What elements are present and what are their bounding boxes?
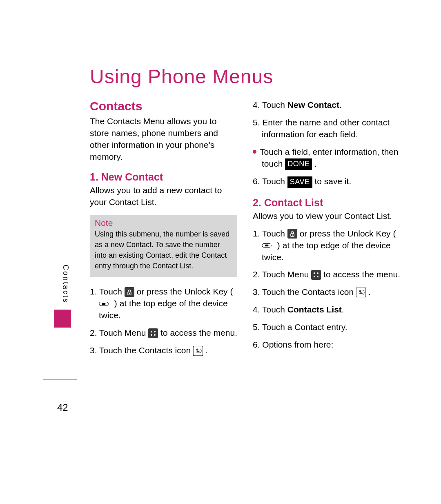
step-text: 3. Touch the Contacts icon [90, 346, 193, 355]
step-text: 2. Touch Menu [253, 270, 311, 279]
step-text: to access the menu. [160, 328, 237, 337]
step-text: 6. Touch [253, 176, 287, 186]
subsection-new-contact: 1. New Contact [90, 171, 237, 183]
left-step-1: 1. Touch or press the Unlock Key ( ) at … [90, 286, 237, 321]
right-step-4: 4. Touch New Contact. [253, 99, 400, 111]
step-text: to access the menu. [323, 270, 400, 279]
step-text: . [314, 159, 317, 168]
step-text: . [339, 100, 342, 109]
step-text: 2. Touch Menu [90, 328, 148, 337]
step-bold-label: Contacts List [287, 305, 342, 314]
right-cl-step-2: 2. Touch Menu to access the menu. [253, 269, 400, 281]
contacts-icon [356, 288, 366, 297]
note-label: Note [95, 218, 232, 228]
step-text: ) at the top edge of the device twice. [262, 241, 391, 262]
new-contact-intro: Allows you to add a new contact to your … [90, 185, 237, 208]
contacts-intro-text: The Contacts Menu allows you to store na… [90, 116, 237, 163]
step-text: ) at the top edge of the device twice. [99, 299, 228, 320]
contact-list-intro: Allows you to view your Contact List. [253, 210, 400, 222]
step-text: 1. Touch [253, 229, 287, 238]
step-text: or press the Unlock Key ( [137, 287, 233, 296]
step-text: . [205, 346, 208, 355]
right-bullet-1: Touch a field, enter information, then t… [253, 146, 400, 170]
note-box: Note Using this submenu, the number is s… [90, 215, 237, 277]
right-column: 4. Touch New Contact. 5. Enter the name … [253, 99, 400, 357]
page-title: Using Phone Menus [90, 65, 400, 88]
right-step-5: 5. Enter the name and other contact info… [253, 117, 400, 140]
step-text: 4. Touch [253, 305, 287, 314]
unlock-key-icon [262, 241, 275, 250]
left-step-3: 3. Touch the Contacts icon . [90, 345, 237, 357]
left-column: Contacts The Contacts Menu allows you to… [90, 99, 237, 357]
note-body: Using this submenu, the number is saved … [95, 229, 232, 271]
step-text: 1. Touch [90, 287, 125, 296]
side-tab-label: Contacts [61, 265, 70, 303]
right-step-6: 6. Touch SAVE to save it. [253, 176, 400, 187]
left-step-2: 2. Touch Menu to access the menu. [90, 327, 237, 339]
side-divider-line [43, 379, 77, 379]
manual-page: Using Phone Menus Contacts The Contacts … [0, 0, 441, 504]
step-text: or press the Unlock Key ( [300, 229, 396, 238]
step-text: Touch a field, enter information, then t… [260, 147, 399, 168]
lock-icon [125, 287, 134, 297]
page-number: 42 [57, 402, 68, 413]
step-text: 4. Touch [253, 100, 287, 109]
step-text: to save it. [314, 176, 351, 186]
right-cl-step-4: 4. Touch Contacts List. [253, 304, 400, 316]
side-marker [54, 310, 71, 328]
contacts-icon [193, 346, 203, 356]
right-cl-step-6: 6. Options from here: [253, 339, 400, 351]
unlock-key-icon [99, 299, 112, 309]
right-cl-step-5: 5. Touch a Contact entry. [253, 321, 400, 333]
two-column-layout: Contacts The Contacts Menu allows you to… [90, 99, 400, 357]
right-cl-step-3: 3. Touch the Contacts icon . [253, 286, 400, 298]
subsection-contact-list: 2. Contact List [253, 197, 400, 209]
step-text: 3. Touch the Contacts icon [253, 287, 356, 297]
right-cl-step-1: 1. Touch or press the Unlock Key ( ) at … [253, 228, 400, 263]
menu-grid-icon [311, 270, 321, 280]
step-text: . [342, 305, 344, 314]
step-text: . [368, 287, 371, 297]
section-heading-contacts: Contacts [90, 99, 237, 113]
lock-icon [287, 229, 297, 239]
bullet-dot-icon [253, 150, 256, 154]
save-badge: SAVE [287, 176, 312, 188]
step-bold-label: New Contact [287, 100, 339, 109]
done-badge: DONE [285, 158, 312, 170]
menu-grid-icon [148, 328, 158, 338]
